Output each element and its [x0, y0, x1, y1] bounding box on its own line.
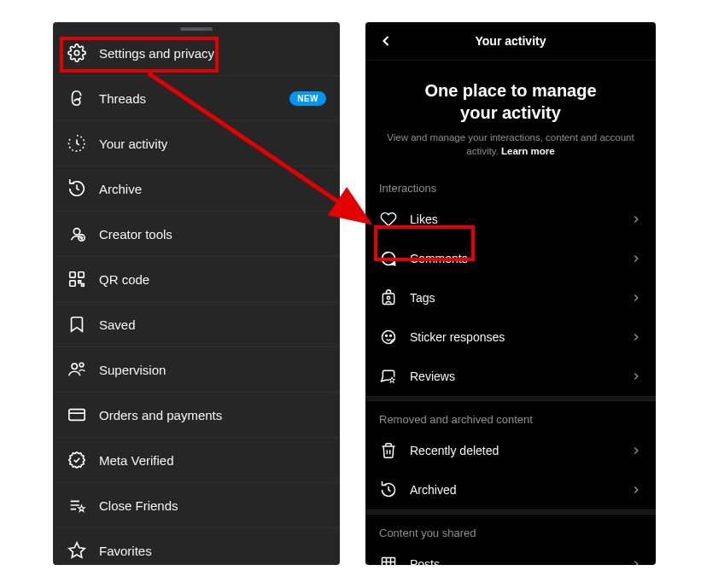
header-title: Your activity	[476, 34, 546, 48]
svg-rect-24	[383, 558, 395, 565]
svg-point-21	[386, 335, 388, 337]
menu-item-threads[interactable]: Threads NEW	[53, 76, 340, 121]
menu-label: QR code	[99, 272, 326, 287]
section-title-content-shared: Content you shared	[365, 515, 656, 544]
menu-label: Settings and privacy	[99, 46, 326, 61]
menu-item-archive[interactable]: Archive	[53, 166, 340, 212]
action-label: Recently deleted	[410, 444, 630, 457]
svg-point-20	[387, 297, 389, 300]
menu-label: Archive	[99, 182, 326, 196]
menu-item-close-friends[interactable]: Close Friends	[53, 483, 340, 528]
card-icon	[67, 405, 87, 425]
trash-icon	[379, 441, 398, 460]
action-label: Tags	[410, 291, 630, 305]
menu-label: Creator tools	[99, 227, 326, 242]
menu-item-qr-code[interactable]: QR code	[53, 257, 340, 302]
hero-section: One place to manage your activity View a…	[365, 61, 656, 170]
menu-item-your-activity[interactable]: Your activity	[53, 121, 340, 166]
svg-point-0	[74, 50, 79, 55]
svg-point-1	[73, 229, 79, 235]
menu-list: Settings and privacy Threads NEW Your ac…	[53, 31, 340, 565]
menu-label: Meta Verified	[99, 453, 326, 468]
hero-subtitle: View and manage your interactions, conte…	[384, 131, 637, 158]
action-item-likes[interactable]: Likes	[365, 200, 656, 239]
qrcode-icon	[67, 269, 87, 289]
grid-icon	[379, 555, 398, 565]
archive-icon	[379, 480, 398, 499]
action-label: Posts	[410, 557, 630, 565]
action-label: Sticker responses	[410, 330, 630, 344]
action-label: Likes	[410, 212, 630, 226]
new-badge: NEW	[289, 91, 326, 106]
svg-rect-5	[70, 272, 75, 277]
menu-label: Orders and payments	[99, 408, 326, 422]
action-item-reviews[interactable]: Reviews	[365, 357, 656, 396]
svg-point-22	[390, 335, 392, 337]
menu-item-settings-privacy[interactable]: Settings and privacy	[53, 31, 340, 76]
hero-title: One place to manage your activity	[384, 79, 637, 124]
learn-more-link[interactable]: Learn more	[501, 146, 555, 156]
svg-marker-17	[79, 505, 85, 511]
menu-label: Supervision	[99, 363, 326, 377]
section-title-removed: Removed and archived content	[365, 401, 656, 431]
gear-icon	[67, 43, 87, 63]
action-label: Archived	[410, 483, 630, 497]
menu-label: Favorites	[99, 544, 326, 558]
menu-label: Close Friends	[99, 498, 326, 513]
chevron-right-icon	[630, 292, 642, 304]
action-item-recently-deleted[interactable]: Recently deleted	[365, 431, 656, 470]
your-activity-panel: Your activity One place to manage your a…	[365, 22, 656, 565]
activity-icon	[67, 133, 87, 154]
settings-menu-panel: Settings and privacy Threads NEW Your ac…	[53, 22, 340, 565]
chevron-right-icon	[630, 331, 642, 343]
svg-marker-23	[389, 377, 395, 383]
svg-rect-7	[70, 281, 75, 286]
tag-icon	[379, 288, 398, 307]
menu-item-favorites[interactable]: Favorites	[53, 528, 340, 565]
menu-label: Saved	[99, 317, 326, 332]
chevron-right-icon	[630, 253, 642, 265]
svg-point-11	[79, 363, 84, 367]
menu-label: Your activity	[99, 137, 326, 151]
svg-rect-9	[82, 284, 85, 287]
comment-icon	[379, 249, 398, 268]
chevron-right-icon	[630, 484, 642, 496]
chevron-right-icon	[630, 213, 642, 225]
action-label: Reviews	[410, 370, 630, 383]
bookmark-icon	[67, 314, 87, 335]
verified-icon	[67, 450, 87, 470]
chevron-right-icon	[630, 445, 642, 457]
heart-icon	[379, 210, 398, 229]
back-button[interactable]	[376, 31, 396, 51]
svg-rect-12	[69, 410, 85, 421]
threads-icon	[67, 88, 87, 108]
menu-label: Threads	[99, 91, 289, 106]
creator-icon	[67, 224, 87, 244]
svg-marker-18	[69, 543, 85, 557]
review-icon	[379, 367, 398, 386]
action-label: Comments	[410, 252, 630, 265]
section-title-interactions: Interactions	[365, 170, 656, 200]
closefriends-icon	[67, 495, 87, 515]
action-item-comments[interactable]: Comments	[365, 239, 656, 278]
svg-rect-6	[79, 272, 84, 277]
supervision-icon	[67, 359, 87, 380]
menu-item-supervision[interactable]: Supervision	[53, 347, 340, 393]
menu-item-saved[interactable]: Saved	[53, 302, 340, 347]
chevron-right-icon	[630, 558, 642, 565]
svg-point-10	[72, 364, 77, 369]
svg-rect-8	[79, 281, 81, 283]
action-item-posts[interactable]: Posts	[365, 544, 656, 565]
star-icon	[67, 540, 87, 561]
chevron-right-icon	[630, 370, 642, 382]
archive-icon	[67, 178, 87, 199]
header-bar: Your activity	[365, 22, 656, 61]
menu-item-orders-payments[interactable]: Orders and payments	[53, 393, 340, 438]
action-item-tags[interactable]: Tags	[365, 278, 656, 317]
menu-item-meta-verified[interactable]: Meta Verified	[53, 438, 340, 483]
action-item-sticker-responses[interactable]: Sticker responses	[365, 317, 656, 357]
menu-item-creator-tools[interactable]: Creator tools	[53, 212, 340, 257]
sticker-icon	[379, 328, 398, 346]
action-item-archived[interactable]: Archived	[365, 470, 656, 509]
